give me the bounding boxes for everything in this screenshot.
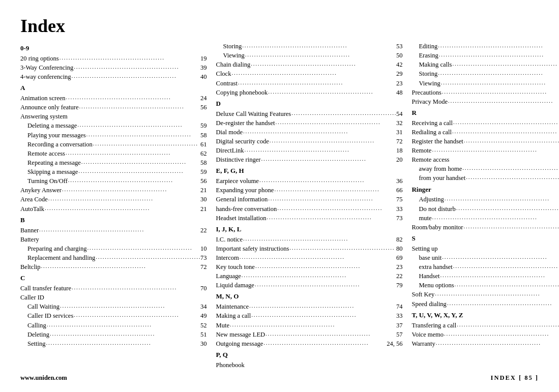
list-item: Replacement and handling . . . . . . . .…: [20, 253, 207, 262]
list-item: Playing your messages . . . . . . . . . …: [20, 131, 207, 140]
list-item: Call Waiting . . . . . . . . . . . . . .…: [20, 302, 207, 311]
entry-dots: . . . . . . . . . . . . . . . . . . . . …: [72, 284, 200, 293]
entry-label: Answering system: [20, 112, 68, 121]
entry-dots: . . . . . . . . . . . . . . . . . . . . …: [270, 137, 396, 146]
entry-page: 30: [200, 339, 207, 348]
column-1: 0-920 ring options . . . . . . . . . . .…: [20, 42, 216, 370]
entry-label: General information: [216, 195, 268, 204]
entry-page: 69: [396, 253, 403, 262]
entry-page: 37: [396, 321, 403, 330]
entry-label: Viewing: [223, 51, 245, 60]
list-item: Remote access: [411, 155, 559, 164]
list-item: Receiving a call . . . . . . . . . . . .…: [411, 118, 559, 128]
entry-dots: . . . . . . . . . . . . . . . . . . . . …: [238, 79, 396, 88]
entry-dots: . . . . . . . . . . . . . . . . . . . . …: [267, 214, 396, 223]
entry-dots: . . . . . . . . . . . . . . . . . . . . …: [466, 173, 559, 183]
entry-label: 20 ring options: [20, 54, 59, 63]
entry-page: 80: [396, 244, 403, 253]
list-item: Room/baby monitor . . . . . . . . . . . …: [411, 223, 559, 232]
list-item: Maintenance . . . . . . . . . . . . . . …: [216, 302, 403, 311]
entry-label: Maintenance: [216, 302, 249, 311]
entry-page: 82: [396, 235, 403, 244]
entry-page: 51: [200, 330, 207, 339]
entry-label: Banner: [20, 226, 39, 235]
list-item: Outgoing message . . . . . . . . . . . .…: [216, 339, 403, 348]
list-item: Repeating a message . . . . . . . . . . …: [20, 158, 207, 167]
entry-page: 58: [200, 131, 207, 140]
entry-label: Distinctive ringer: [216, 155, 261, 164]
entry-dots: . . . . . . . . . . . . . . . . . . . . …: [86, 131, 200, 140]
footer-page: INDEX [ 85 ]: [491, 374, 539, 382]
entry-page: 39: [200, 63, 207, 72]
list-item: Warranty . . . . . . . . . . . . . . . .…: [411, 339, 559, 348]
entry-label: Precautions: [411, 88, 441, 97]
entry-page: 19: [200, 54, 207, 63]
entry-dots: . . . . . . . . . . . . . . . . . . . . …: [46, 339, 200, 348]
entry-dots: . . . . . . . . . . . . . . . . . . . . …: [66, 149, 200, 158]
entry-label: Editing: [419, 42, 437, 51]
list-item: General information . . . . . . . . . . …: [216, 195, 403, 204]
entry-page: 72: [396, 137, 403, 146]
list-item: Remote . . . . . . . . . . . . . . . . .…: [411, 146, 559, 155]
entry-dots: . . . . . . . . . . . . . . . . . . . . …: [452, 128, 559, 137]
list-item: Contrast . . . . . . . . . . . . . . . .…: [216, 79, 403, 88]
entry-page: 56: [200, 103, 207, 112]
entry-page: 34: [200, 302, 207, 311]
list-item: DirectLink . . . . . . . . . . . . . . .…: [216, 146, 403, 155]
entry-label: Speed dialing: [411, 299, 446, 309]
list-item: Answering system: [20, 112, 207, 121]
entry-page: 22: [200, 226, 207, 235]
entry-label: Liquid damage: [216, 281, 254, 290]
entry-dots: . . . . . . . . . . . . . . . . . . . . …: [453, 118, 559, 128]
entry-page: 23: [396, 262, 403, 272]
entry-dots: . . . . . . . . . . . . . . . . . . . . …: [275, 118, 396, 128]
list-item: Phonebook: [216, 360, 403, 370]
entry-label: 4-way conferencing: [20, 72, 71, 81]
section-header: P, Q: [216, 350, 403, 360]
entry-label: Mute: [216, 321, 229, 330]
entry-dots: . . . . . . . . . . . . . . . . . . . . …: [62, 186, 200, 195]
entry-page: 53: [396, 42, 403, 51]
list-item: Menu options . . . . . . . . . . . . . .…: [411, 281, 559, 290]
entry-dots: . . . . . . . . . . . . . . . . . . . . …: [438, 69, 559, 78]
entry-dots: . . . . . . . . . . . . . . . . . . . . …: [441, 79, 559, 88]
entry-dots: . . . . . . . . . . . . . . . . . . . . …: [245, 51, 396, 60]
entry-page: 50: [396, 51, 403, 60]
list-item: Battery: [20, 235, 207, 244]
list-item: Do not disturb . . . . . . . . . . . . .…: [411, 204, 559, 214]
list-item: Redialing a call . . . . . . . . . . . .…: [411, 128, 559, 137]
entry-label: Call Waiting: [27, 302, 60, 311]
list-item: Adjusting . . . . . . . . . . . . . . . …: [411, 195, 559, 204]
entry-dots: . . . . . . . . . . . . . . . . . . . . …: [462, 164, 559, 173]
entry-label: Turning On/Off: [27, 176, 68, 186]
entry-dots: . . . . . . . . . . . . . . . . . . . . …: [66, 94, 200, 103]
entry-label: Remote access: [27, 149, 65, 158]
entry-label: Viewing: [419, 79, 440, 88]
entry-page: 62: [200, 149, 207, 158]
list-item: Expanding your phone . . . . . . . . . .…: [216, 186, 403, 195]
entry-label: Privacy Mode: [411, 97, 447, 106]
list-item: New message LED . . . . . . . . . . . . …: [216, 330, 403, 339]
section-header: Ringer: [411, 185, 559, 195]
page: Index 0-920 ring options . . . . . . . .…: [0, 0, 559, 392]
list-item: Caller ID services . . . . . . . . . . .…: [20, 311, 207, 320]
list-item: Call transfer feature . . . . . . . . . …: [20, 284, 207, 293]
entry-label: Setting up: [411, 244, 437, 253]
entry-dots: . . . . . . . . . . . . . . . . . . . . …: [79, 103, 200, 112]
list-item: extra handset . . . . . . . . . . . . . …: [411, 262, 559, 272]
list-item: Editing . . . . . . . . . . . . . . . . …: [411, 42, 559, 51]
entry-label: Storing: [419, 69, 437, 78]
entry-label: Remote access: [411, 155, 449, 164]
entry-label: Calling: [27, 321, 46, 330]
entry-dots: . . . . . . . . . . . . . . . . . . . . …: [249, 302, 396, 311]
entry-dots: . . . . . . . . . . . . . . . . . . . . …: [432, 214, 559, 223]
entry-dots: . . . . . . . . . . . . . . . . . . . . …: [242, 42, 396, 51]
list-item: Dial mode . . . . . . . . . . . . . . . …: [216, 128, 403, 137]
columns-wrapper: 0-920 ring options . . . . . . . . . . .…: [20, 42, 539, 370]
list-item: Clock . . . . . . . . . . . . . . . . . …: [216, 69, 403, 78]
entry-dots: . . . . . . . . . . . . . . . . . . . . …: [243, 235, 396, 244]
entry-label: Voice memo: [411, 330, 444, 339]
entry-dots: . . . . . . . . . . . . . . . . . . . . …: [74, 63, 200, 72]
list-item: 4-way conferencing . . . . . . . . . . .…: [20, 72, 207, 81]
entry-label: Language: [216, 272, 241, 281]
